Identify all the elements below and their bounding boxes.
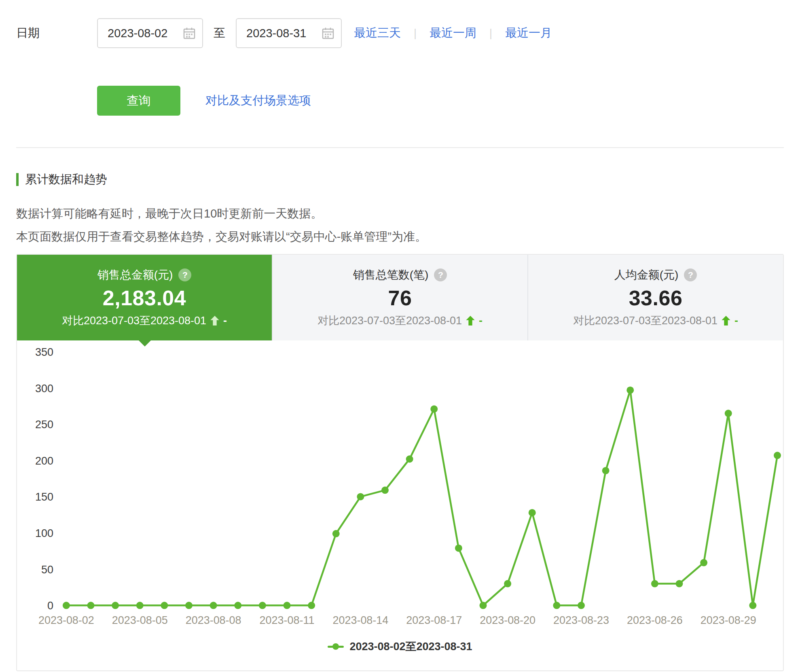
stat-value: 76 xyxy=(388,286,412,310)
section-accent-bar xyxy=(16,173,19,186)
stat-cards: 销售总金额(元) ? 2,183.04 对比2023-07-03至2023-08… xyxy=(17,255,783,340)
stat-title: 销售总金额(元) xyxy=(97,267,173,283)
stat-title-row: 销售总笔数(笔) ? xyxy=(353,267,447,283)
start-date-value: 2023-08-02 xyxy=(108,27,167,40)
active-card-caret xyxy=(139,340,151,347)
stat-card-total-amount[interactable]: 销售总金额(元) ? 2,183.04 对比2023-07-03至2023-08… xyxy=(17,255,272,340)
svg-text:2023-08-08: 2023-08-08 xyxy=(186,614,241,626)
trend-up-icon xyxy=(210,316,219,325)
stat-delta-value: - xyxy=(479,315,483,327)
date-range-to-label: 至 xyxy=(214,25,225,41)
svg-text:2023-08-14: 2023-08-14 xyxy=(332,614,388,626)
stat-compare-label: 对比2023-07-03至2023-08-01 xyxy=(62,313,206,328)
stat-compare-label: 对比2023-07-03至2023-08-01 xyxy=(573,313,717,328)
quick-range-last-week[interactable]: 最近一周 xyxy=(430,25,476,41)
section-divider xyxy=(16,147,784,148)
svg-text:350: 350 xyxy=(35,346,53,358)
stat-title: 人均金额(元) xyxy=(614,267,679,283)
notes: 数据计算可能略有延时，最晚于次日10时更新前一天数据。 本页面数据仅用于查看交易… xyxy=(16,202,784,248)
legend-marker-icon xyxy=(328,643,344,650)
end-date-input[interactable]: 2023-08-31 xyxy=(236,18,342,48)
link-separator: | xyxy=(489,27,492,40)
help-icon[interactable]: ? xyxy=(684,268,697,281)
link-separator: | xyxy=(414,27,417,40)
section-header: 累计数据和趋势 xyxy=(16,171,784,188)
stat-value: 33.66 xyxy=(629,286,683,310)
stat-title: 销售总笔数(笔) xyxy=(353,267,429,283)
svg-text:50: 50 xyxy=(41,564,53,576)
calendar-icon[interactable] xyxy=(322,27,334,40)
svg-text:2023-08-17: 2023-08-17 xyxy=(406,614,462,626)
quick-range-last-3-days[interactable]: 最近三天 xyxy=(354,25,401,41)
section-title: 累计数据和趋势 xyxy=(25,171,107,188)
query-button[interactable]: 查询 xyxy=(97,86,180,116)
quick-range-links: 最近三天 | 最近一周 | 最近一月 xyxy=(354,25,552,41)
svg-text:300: 300 xyxy=(35,382,53,395)
stat-delta-value: - xyxy=(734,315,738,327)
trend-panel: 销售总金额(元) ? 2,183.04 对比2023-07-03至2023-08… xyxy=(16,254,784,671)
svg-text:2023-08-11: 2023-08-11 xyxy=(260,614,315,626)
trend-up-icon xyxy=(466,316,475,325)
note-line-1: 数据计算可能略有延时，最晚于次日10时更新前一天数据。 xyxy=(16,202,784,225)
trend-chart-area: 0501001502002503003502023-08-022023-08-0… xyxy=(17,340,783,654)
svg-text:2023-08-02: 2023-08-02 xyxy=(38,614,94,626)
stat-value: 2,183.04 xyxy=(103,286,186,310)
start-date-input[interactable]: 2023-08-02 xyxy=(97,18,203,48)
help-icon[interactable]: ? xyxy=(178,268,191,281)
svg-text:250: 250 xyxy=(35,418,53,431)
svg-text:200: 200 xyxy=(35,455,53,467)
stat-compare-row: 对比2023-07-03至2023-08-01 - xyxy=(317,313,483,328)
sales-trend-page: 日期 2023-08-02 至 2023-08-31 xyxy=(0,18,800,672)
svg-text:2023-08-05: 2023-08-05 xyxy=(112,614,168,626)
date-filter-row: 日期 2023-08-02 至 2023-08-31 xyxy=(16,18,784,49)
svg-text:100: 100 xyxy=(35,527,53,539)
calendar-icon[interactable] xyxy=(183,27,196,40)
date-label: 日期 xyxy=(16,25,97,41)
stat-delta-value: - xyxy=(223,315,227,327)
svg-text:2023-08-23: 2023-08-23 xyxy=(553,614,609,626)
trend-line-chart[interactable]: 0501001502002503003502023-08-022023-08-0… xyxy=(17,342,783,638)
svg-text:150: 150 xyxy=(35,491,53,503)
quick-range-last-month[interactable]: 最近一月 xyxy=(505,25,552,41)
legend-label: 2023-08-02至2023-08-31 xyxy=(349,639,472,654)
compare-options-link[interactable]: 对比及支付场景选项 xyxy=(205,93,311,109)
end-date-value: 2023-08-31 xyxy=(246,27,306,40)
stat-title-row: 销售总金额(元) ? xyxy=(97,267,192,283)
stat-compare-row: 对比2023-07-03至2023-08-01 - xyxy=(573,313,738,328)
stat-card-avg-amount[interactable]: 人均金额(元) ? 33.66 对比2023-07-03至2023-08-01 … xyxy=(527,255,783,340)
stat-card-total-count[interactable]: 销售总笔数(笔) ? 76 对比2023-07-03至2023-08-01 - xyxy=(272,255,527,340)
stat-compare-row: 对比2023-07-03至2023-08-01 - xyxy=(62,313,227,328)
svg-text:2023-08-26: 2023-08-26 xyxy=(627,614,683,626)
note-line-2: 本页面数据仅用于查看交易整体趋势，交易对账请以“交易中心-账单管理”为准。 xyxy=(16,225,784,248)
help-icon[interactable]: ? xyxy=(434,268,447,281)
svg-text:2023-08-20: 2023-08-20 xyxy=(480,614,535,626)
svg-text:0: 0 xyxy=(47,600,53,612)
svg-text:2023-08-29: 2023-08-29 xyxy=(701,614,756,626)
trend-up-icon xyxy=(722,316,730,325)
legend-item[interactable]: 2023-08-02至2023-08-31 xyxy=(17,639,783,654)
stat-title-row: 人均金额(元) ? xyxy=(614,267,697,283)
stat-compare-label: 对比2023-07-03至2023-08-01 xyxy=(317,313,462,328)
action-row: 查询 对比及支付场景选项 xyxy=(16,86,784,116)
